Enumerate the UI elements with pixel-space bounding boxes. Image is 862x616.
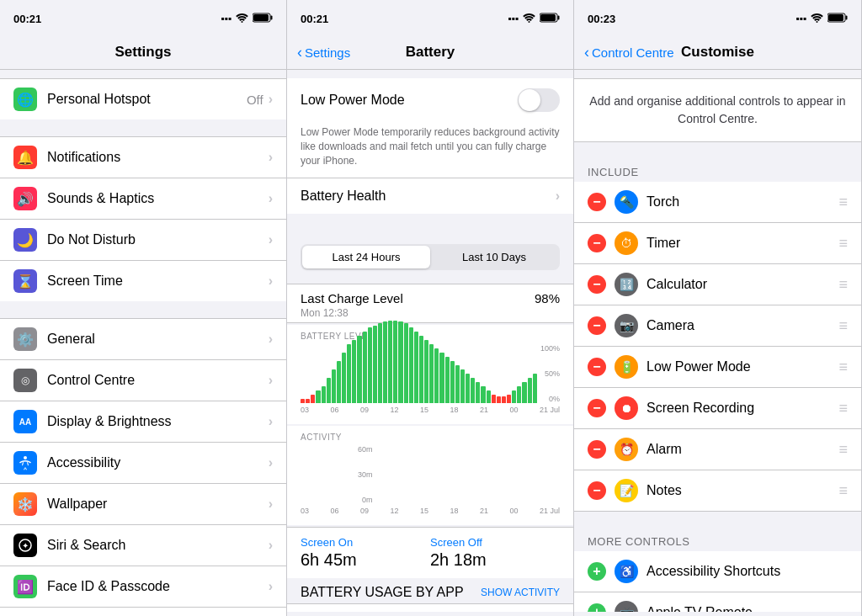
svg-rect-2 [271, 15, 273, 19]
cc-camera-row[interactable]: − 📷 Camera ≡ [574, 305, 861, 347]
lpm-cc-icon: 🔋 [615, 355, 638, 379]
cc-lpm-row[interactable]: − 🔋 Low Power Mode ≡ [574, 347, 861, 388]
status-icons-1: ▪▪▪ [221, 13, 273, 25]
activity-chart: ACTIVITY 60m 30m 0m 03 06 09 12 15 18 [287, 426, 573, 525]
screen-rec-remove-button[interactable]: − [588, 399, 606, 417]
calculator-remove-button[interactable]: − [588, 275, 606, 294]
battery-bar-35 [481, 386, 485, 403]
display-brightness-row[interactable]: AA Display & Brightness › [0, 401, 286, 443]
battery-back-button[interactable]: ‹ Settings [297, 44, 350, 61]
cc-acc-shortcuts-row[interactable]: + ♿ Accessibility Shortcuts [574, 551, 861, 592]
lpm-remove-button[interactable]: − [588, 358, 606, 376]
activity-bar-group-1 [303, 497, 304, 504]
timer-remove-button[interactable]: − [588, 234, 606, 252]
torch-drag[interactable]: ≡ [838, 194, 848, 211]
cc-content: Add and organise additional controls to … [574, 70, 861, 612]
control-centre-row[interactable]: ◎ Control Centre › [0, 360, 286, 401]
svg-rect-13 [846, 15, 848, 19]
accessibility-row[interactable]: Accessibility › [0, 443, 286, 484]
alarm-remove-button[interactable]: − [588, 440, 606, 459]
battery-bar-23 [419, 336, 423, 403]
notes-drag[interactable]: ≡ [838, 482, 848, 500]
battery-bar-9 [347, 344, 351, 403]
calculator-drag[interactable]: ≡ [838, 276, 848, 294]
charge-title: Last Charge Level [301, 291, 403, 305]
cc-calculator-row[interactable]: − 🔢 Calculator ≡ [574, 264, 861, 305]
sos-row[interactable]: SOS Emergency SOS › [0, 608, 286, 616]
cc-back-button[interactable]: ‹ Control Centre [584, 44, 674, 61]
youtube-row[interactable]: YouTube Audio, Background Activity 32% [287, 603, 573, 612]
battery-bar-2 [311, 395, 315, 403]
segment-24h[interactable]: Last 24 Hours [302, 246, 430, 268]
atv-add-button[interactable]: + [588, 603, 606, 612]
cc-notes-row[interactable]: − 📝 Notes ≡ [574, 470, 861, 512]
screen-rec-drag[interactable]: ≡ [838, 400, 848, 417]
segment-control[interactable]: Last 24 Hours Last 10 Days [301, 244, 560, 270]
include-header: INCLUDE [574, 159, 861, 182]
low-power-label: Low Power Mode [301, 93, 518, 108]
cc-atv-row[interactable]: + 📺 Apple TV Remote [574, 592, 861, 612]
siri-row[interactable]: ✦ Siri & Search › [0, 525, 286, 566]
notifications-row[interactable]: 🔔 Notifications › [0, 136, 286, 178]
battery-icon-2 [540, 13, 560, 25]
camera-label: Camera [646, 318, 838, 333]
wifi-icon [236, 13, 248, 25]
timer-drag[interactable]: ≡ [838, 235, 848, 252]
cc-torch-row[interactable]: − 🔦 Torch ≡ [574, 182, 861, 223]
hotspot-row[interactable]: 🌐 Personal Hotspot Off › [0, 78, 286, 119]
screen-rec-label: Screen Recording [646, 401, 838, 416]
dnd-row[interactable]: 🌙 Do Not Disturb › [0, 220, 286, 261]
svg-rect-10 [540, 14, 556, 21]
battery-bar-33 [471, 378, 475, 403]
face-id-row[interactable]: 🆔 Face ID & Passcode › [0, 566, 286, 608]
battery-bar-18 [393, 321, 397, 403]
acc-add-button[interactable]: + [588, 562, 606, 581]
battery-level-label: BATTERY LEVEL [301, 332, 560, 341]
general-row[interactable]: ⚙️ General › [0, 318, 286, 360]
lpm-cc-label: Low Power Mode [646, 359, 838, 374]
torch-icon: 🔦 [615, 190, 638, 214]
screen-on-value: 6h 45m [301, 550, 430, 570]
cc-timer-row[interactable]: − ⏱ Timer ≡ [574, 223, 861, 264]
battery-bar-16 [383, 321, 387, 403]
battery-bar-40 [507, 395, 511, 403]
signal-icon-2: ▪▪▪ [508, 13, 519, 24]
battery-bar-29 [450, 361, 455, 403]
cc-screen-rec-row[interactable]: − ⏺ Screen Recording ≡ [574, 388, 861, 429]
battery-health-row[interactable]: Battery Health › [287, 178, 573, 214]
activity-bar-group-7 [318, 497, 319, 504]
battery-bar-12 [363, 332, 367, 403]
calculator-icon: 🔢 [615, 273, 638, 296]
cc-back-label: Control Centre [592, 45, 674, 60]
activity-y-labels: 60m 30m 0m [354, 445, 373, 504]
low-power-row: Low Power Mode [287, 78, 573, 122]
cc-alarm-row[interactable]: − ⏰ Alarm ≡ [574, 429, 861, 470]
atv-icon: 📺 [615, 601, 638, 612]
screen-time-label: Screen Time [47, 273, 269, 289]
activity-bar-group-9 [323, 494, 324, 504]
alarm-drag[interactable]: ≡ [838, 441, 848, 459]
show-activity-button[interactable]: SHOW ACTIVITY [481, 587, 560, 598]
screen-off-label: Screen Off [430, 536, 560, 549]
wallpaper-row[interactable]: ❄️ Wallpaper › [0, 484, 286, 525]
battery-bar-32 [466, 374, 470, 403]
battery-title: Battery [406, 44, 455, 61]
timer-icon: ⏱ [615, 231, 638, 255]
low-power-toggle[interactable] [518, 88, 560, 112]
camera-drag[interactable]: ≡ [838, 317, 848, 335]
charge-info: Last Charge Level 98% Mon 12:38 [287, 284, 573, 323]
alarm-label: Alarm [646, 442, 838, 457]
segment-10d[interactable]: Last 10 Days [430, 246, 558, 268]
more-controls-header: MORE CONTROLS [574, 528, 861, 551]
screen-time-row[interactable]: ⌛ Screen Time › [0, 261, 286, 301]
siri-icon: ✦ [13, 534, 37, 557]
battery-bars [301, 344, 537, 403]
sounds-row[interactable]: 🔊 Sounds & Haptics › [0, 178, 286, 220]
activity-bar-group-0 [301, 500, 301, 504]
lpm-drag[interactable]: ≡ [838, 358, 848, 376]
notes-remove-button[interactable]: − [588, 481, 606, 500]
torch-remove-button[interactable]: − [588, 193, 606, 211]
battery-bar-1 [306, 399, 310, 403]
time-3: 00:23 [588, 13, 615, 25]
camera-remove-button[interactable]: − [588, 316, 606, 335]
